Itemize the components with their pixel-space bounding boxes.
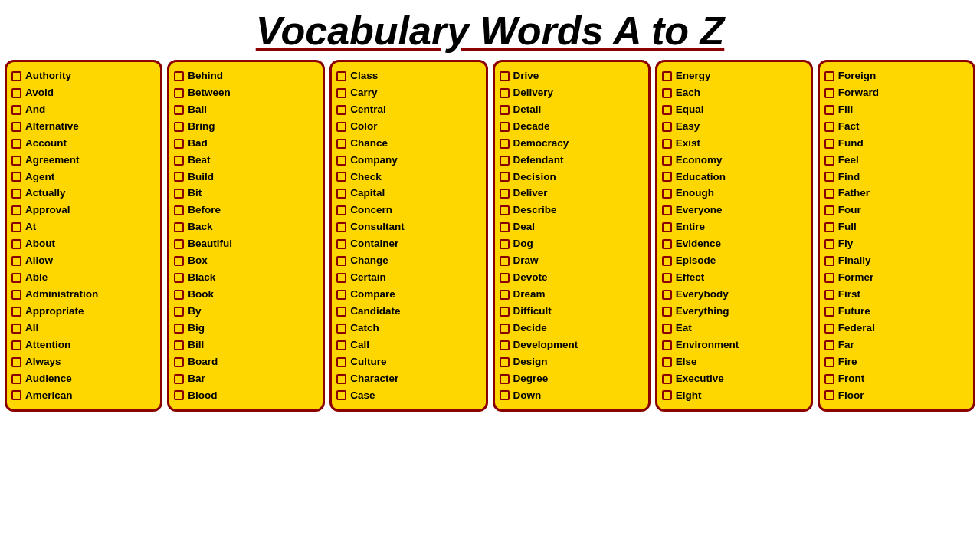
- word-label: Blood: [188, 388, 217, 404]
- list-item: Black: [174, 270, 318, 286]
- checkbox-icon: [11, 307, 21, 317]
- word-label: Always: [25, 354, 61, 370]
- word-label: Actually: [25, 186, 66, 202]
- word-label: Finally: [838, 253, 871, 269]
- checkbox-icon: [174, 324, 184, 334]
- word-label: Color: [350, 119, 377, 135]
- word-label: Capital: [350, 186, 385, 202]
- checkbox-icon: [500, 273, 510, 283]
- list-item: Build: [174, 169, 318, 186]
- list-item: Describe: [500, 202, 644, 219]
- word-label: Enough: [676, 186, 714, 202]
- checkbox-icon: [824, 156, 834, 166]
- word-label: Foreign: [838, 68, 877, 84]
- word-label: Evidence: [676, 236, 721, 252]
- word-label: Four: [838, 202, 861, 219]
- checkbox-icon: [336, 340, 346, 350]
- checkbox-icon: [174, 222, 184, 232]
- word-label: Executive: [676, 371, 724, 387]
- list-item: Book: [174, 287, 318, 303]
- list-item: Bar: [174, 371, 318, 387]
- list-item: Big: [174, 320, 318, 337]
- list-item: Father: [824, 186, 969, 202]
- word-label: Culture: [350, 354, 386, 370]
- list-item: Blood: [174, 388, 318, 404]
- word-label: Dog: [513, 236, 533, 252]
- word-label: Episode: [676, 253, 716, 269]
- list-item: Candidate: [336, 304, 480, 320]
- list-item: Check: [336, 169, 480, 186]
- word-label: Bill: [188, 337, 204, 353]
- word-label: Between: [188, 85, 231, 101]
- word-label: Draw: [513, 253, 539, 269]
- list-item: Floor: [824, 388, 969, 404]
- vocabulary-columns: AuthorityAvoidAndAlternativeAccountAgree…: [0, 60, 980, 416]
- list-item: Alternative: [11, 119, 156, 135]
- checkbox-icon: [662, 88, 672, 98]
- list-item: Certain: [336, 270, 480, 286]
- checkbox-icon: [500, 239, 510, 249]
- list-item: Evidence: [662, 236, 806, 252]
- list-item: Design: [500, 354, 644, 370]
- checkbox-icon: [500, 122, 510, 132]
- word-label: Check: [350, 169, 382, 186]
- word-label: Allow: [25, 253, 53, 269]
- list-item: Economy: [662, 153, 806, 169]
- checkbox-icon: [662, 122, 672, 132]
- list-item: Development: [500, 337, 644, 353]
- word-label: Design: [513, 354, 548, 370]
- word-label: Economy: [676, 153, 723, 169]
- list-item: Draw: [500, 253, 644, 269]
- list-item: Future: [824, 304, 969, 320]
- list-item: Bring: [174, 119, 318, 135]
- list-item: Easy: [662, 119, 806, 135]
- checkbox-icon: [174, 290, 184, 300]
- checkbox-icon: [336, 205, 346, 215]
- list-item: Ball: [174, 102, 318, 118]
- word-label: Beautiful: [188, 236, 232, 252]
- list-item: Attention: [11, 337, 156, 353]
- checkbox-icon: [11, 340, 21, 350]
- list-item: Call: [336, 337, 480, 353]
- checkbox-icon: [824, 139, 834, 149]
- checkbox-icon: [824, 222, 834, 232]
- list-item: Character: [336, 371, 480, 387]
- checkbox-icon: [11, 71, 21, 81]
- checkbox-icon: [336, 156, 346, 166]
- checkbox-icon: [336, 290, 346, 300]
- list-item: Agreement: [11, 153, 156, 169]
- checkbox-icon: [11, 139, 21, 149]
- checkbox-icon: [662, 324, 672, 334]
- checkbox-icon: [824, 105, 834, 115]
- checkbox-icon: [174, 88, 184, 98]
- checkbox-icon: [824, 307, 834, 317]
- list-item: American: [11, 388, 156, 404]
- word-label: Front: [838, 371, 865, 387]
- list-item: Bit: [174, 186, 318, 202]
- checkbox-icon: [500, 189, 510, 199]
- list-item: Able: [11, 270, 156, 286]
- list-item: Avoid: [11, 85, 156, 101]
- checkbox-icon: [662, 357, 672, 367]
- list-item: Everything: [662, 304, 806, 320]
- word-label: Far: [838, 337, 854, 353]
- list-item: Equal: [662, 102, 806, 118]
- checkbox-icon: [336, 105, 346, 115]
- list-item: Behind: [174, 68, 318, 84]
- list-item: Drive: [500, 68, 644, 84]
- word-label: Environment: [676, 337, 739, 353]
- word-label: Father: [838, 186, 870, 202]
- word-label: Before: [188, 202, 221, 219]
- checkbox-icon: [336, 239, 346, 249]
- list-item: Bad: [174, 136, 318, 152]
- list-item: Forward: [824, 85, 969, 101]
- checkbox-icon: [500, 390, 510, 400]
- word-label: Describe: [513, 202, 557, 219]
- list-item: Beat: [174, 153, 318, 169]
- checkbox-icon: [174, 239, 184, 249]
- checkbox-icon: [824, 324, 834, 334]
- list-item: Eight: [662, 388, 806, 404]
- list-item: Beautiful: [174, 236, 318, 252]
- word-label: Difficult: [513, 304, 552, 320]
- checkbox-icon: [824, 205, 834, 215]
